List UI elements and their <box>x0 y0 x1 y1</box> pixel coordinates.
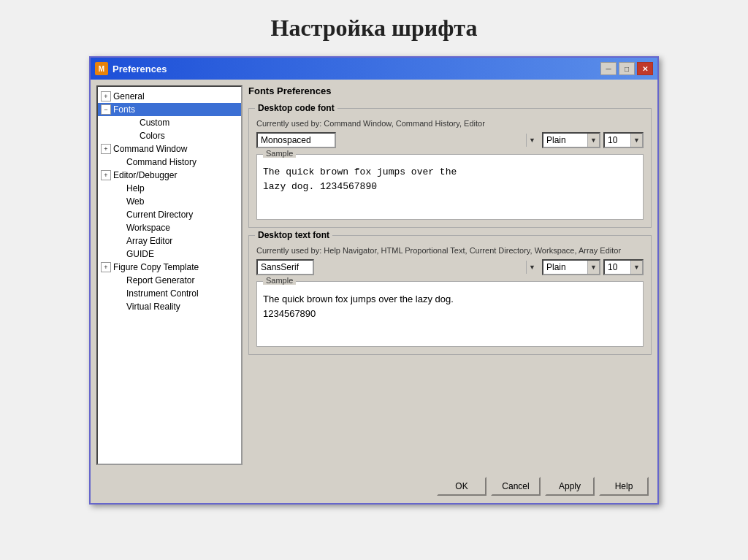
code-font-group-title: Desktop code font <box>255 103 337 113</box>
title-bar: M Preferences ─ □ ✕ <box>91 58 657 80</box>
sidebar-item-label: Figure Copy Template <box>113 262 199 272</box>
sidebar-item-label: Array Editor <box>126 236 172 246</box>
sidebar-item-fonts[interactable]: − Fonts <box>98 103 241 116</box>
text-style-select-wrapper: Plain Bold Italic Bold Italic ▼ <box>542 259 600 275</box>
text-size-select-wrapper: 8 9 10 11 12 14 ▼ <box>603 259 644 275</box>
sidebar-item-general[interactable]: + General <box>98 90 241 103</box>
text-font-sample-text: The quick brown fox jumps over the lazy … <box>263 292 637 321</box>
text-font-used-by: Currently used by: Help Navigator, HTML … <box>256 246 644 255</box>
minimize-button[interactable]: ─ <box>600 62 617 75</box>
right-content-panel: Fonts Preferences Desktop code font Curr… <box>248 85 652 465</box>
code-font-select-arrow: ▼ <box>526 134 538 147</box>
sidebar-item-label: Help <box>126 183 145 193</box>
sidebar-item-label: Colors <box>140 131 165 141</box>
sidebar-item-label: Virtual Reality <box>126 302 180 312</box>
text-font-group: Desktop text font Currently used by: Hel… <box>248 235 652 355</box>
sidebar-item-command-window[interactable]: + Command Window <box>98 142 241 156</box>
sidebar-item-workspace[interactable]: Workspace <box>98 221 241 234</box>
text-size-select[interactable]: 8 9 10 11 12 14 <box>603 259 644 275</box>
sidebar-item-figure-copy-template[interactable]: + Figure Copy Template <box>98 261 241 274</box>
code-style-select[interactable]: Plain Bold Italic Bold Italic <box>542 132 600 148</box>
sidebar-item-label: Workspace <box>126 223 170 233</box>
sidebar-item-label: GUIDE <box>126 249 154 259</box>
code-font-sample-label: Sample <box>263 149 296 158</box>
expander-editor-debugger[interactable]: + <box>101 170 111 180</box>
code-font-controls: Monospaced Courier New Courier Lucida Co… <box>256 132 644 148</box>
title-bar-left: M Preferences <box>95 62 167 75</box>
sidebar-item-label: Command History <box>126 157 196 167</box>
text-style-select[interactable]: Plain Bold Italic Bold Italic <box>542 259 600 275</box>
sidebar-item-label: Command Window <box>113 144 187 154</box>
apply-button[interactable]: Apply <box>545 477 595 496</box>
expander-fonts[interactable]: − <box>101 104 111 115</box>
code-font-used-by: Currently used by: Command Window, Comma… <box>256 119 644 128</box>
sidebar-item-current-directory[interactable]: Current Directory <box>98 208 241 221</box>
sidebar-item-web[interactable]: Web <box>98 195 241 208</box>
code-size-select[interactable]: 8 9 10 11 12 14 <box>603 132 644 148</box>
code-font-select-wrapper: Monospaced Courier New Courier Lucida Co… <box>256 132 539 148</box>
code-font-select[interactable]: Monospaced Courier New Courier Lucida Co… <box>256 132 336 148</box>
panel-title: Fonts Preferences <box>248 85 652 96</box>
sidebar-item-label: Instrument Control <box>126 288 199 299</box>
sidebar-item-report-generator[interactable]: Report Generator <box>98 274 241 287</box>
help-button[interactable]: Help <box>599 477 649 496</box>
sidebar-item-colors[interactable]: Colors <box>98 129 241 142</box>
sidebar-item-guide[interactable]: GUIDE <box>98 248 241 261</box>
text-font-sample-label: Sample <box>263 276 296 285</box>
sidebar-item-label: General <box>113 91 145 101</box>
dialog-title: Preferences <box>112 64 167 74</box>
code-font-content: Currently used by: Command Window, Comma… <box>256 119 644 220</box>
ok-button[interactable]: OK <box>437 477 486 496</box>
sidebar-item-command-history[interactable]: Command History <box>98 156 241 169</box>
sidebar-item-label: Editor/Debugger <box>113 170 177 180</box>
sidebar-item-label: Web <box>126 196 144 207</box>
sidebar-item-virtual-reality[interactable]: Virtual Reality <box>98 300 241 313</box>
close-button[interactable]: ✕ <box>637 62 653 75</box>
preferences-dialog: M Preferences ─ □ ✕ + General − Fonts <box>89 56 659 505</box>
expander-figure-copy-template[interactable]: + <box>101 262 111 272</box>
code-size-select-wrapper: 8 9 10 11 12 14 ▼ <box>603 132 644 148</box>
sidebar-item-label: Current Directory <box>126 210 193 220</box>
code-font-sample-box: Sample The quick brown fox jumps over th… <box>256 154 644 220</box>
sidebar-item-custom[interactable]: Custom <box>98 116 241 129</box>
cancel-button[interactable]: Cancel <box>491 477 541 496</box>
sidebar-item-editor-debugger[interactable]: + Editor/Debugger <box>98 169 241 182</box>
text-font-select-wrapper: SansSerif Arial Helvetica Tahoma Verdana… <box>256 259 539 275</box>
sidebar-item-help[interactable]: Help <box>98 182 241 195</box>
page-heading: Настройка шрифта <box>271 15 478 42</box>
maximize-button[interactable]: □ <box>619 62 635 75</box>
expander-command-window[interactable]: + <box>101 144 111 154</box>
sidebar-item-instrument-control[interactable]: Instrument Control <box>98 287 241 300</box>
code-font-group: Desktop code font Currently used by: Com… <box>248 108 652 228</box>
sidebar-item-label: Fonts <box>113 104 135 115</box>
text-font-select-arrow: ▼ <box>526 261 538 274</box>
matlab-icon: M <box>95 62 108 75</box>
text-font-content: Currently used by: Help Navigator, HTML … <box>256 246 644 347</box>
text-font-controls: SansSerif Arial Helvetica Tahoma Verdana… <box>256 259 644 275</box>
dialog-body: + General − Fonts Custom Colors + Comm <box>91 80 657 471</box>
preferences-tree: + General − Fonts Custom Colors + Comm <box>96 85 243 465</box>
sidebar-item-label: Custom <box>140 118 169 128</box>
text-font-group-title: Desktop text font <box>255 230 332 240</box>
title-bar-buttons: ─ □ ✕ <box>600 62 653 75</box>
expander-general[interactable]: + <box>101 91 111 101</box>
text-font-select[interactable]: SansSerif Arial Helvetica Tahoma Verdana <box>256 259 314 275</box>
sidebar-item-label: Report Generator <box>126 275 194 285</box>
dialog-footer: OK Cancel Apply Help <box>91 471 657 503</box>
code-style-select-wrapper: Plain Bold Italic Bold Italic ▼ <box>542 132 600 148</box>
text-font-sample-box: Sample The quick brown fox jumps over th… <box>256 281 644 347</box>
sidebar-item-array-editor[interactable]: Array Editor <box>98 234 241 248</box>
code-font-sample-text: The quick brown fox jumps over the lazy … <box>263 165 637 193</box>
